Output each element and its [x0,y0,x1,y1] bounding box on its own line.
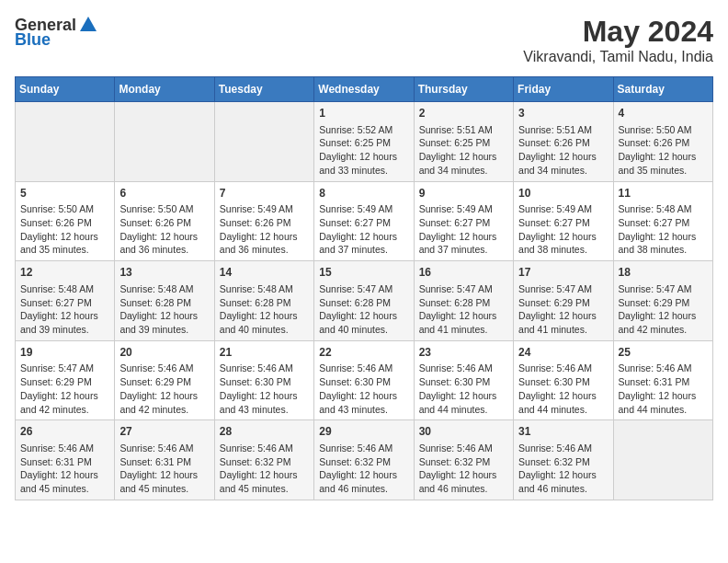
day-info: Sunrise: 5:46 AM [419,362,508,375]
calendar-header-monday: Monday [115,77,214,102]
day-info: Daylight: 12 hours [119,230,209,244]
day-info: and 43 minutes. [220,403,309,417]
day-number: 12 [20,265,109,281]
day-info: and 45 minutes. [119,482,209,496]
calendar-header-wednesday: Wednesday [314,77,414,102]
day-info: and 42 minutes. [119,403,209,417]
calendar-table: SundayMondayTuesdayWednesdayThursdayFrid… [15,76,713,500]
calendar-cell: 24Sunrise: 5:46 AMSunset: 6:30 PMDayligh… [514,340,613,420]
calendar-cell: 11Sunrise: 5:48 AMSunset: 6:27 PMDayligh… [613,181,712,261]
day-info: Sunset: 6:31 PM [119,455,209,469]
day-info: Sunset: 6:27 PM [20,296,109,310]
day-info: Daylight: 12 hours [518,389,608,403]
day-info: and 37 minutes. [319,243,408,257]
day-info: Sunrise: 5:50 AM [619,123,708,137]
day-info: Sunset: 6:32 PM [518,455,608,469]
day-info: Sunrise: 5:46 AM [419,442,508,455]
day-info: Sunrise: 5:46 AM [619,362,708,375]
day-info: Sunrise: 5:48 AM [619,202,708,216]
calendar-cell [214,102,313,182]
calendar-cell: 3Sunrise: 5:51 AMSunset: 6:26 PMDaylight… [514,102,613,182]
day-info: Sunrise: 5:46 AM [518,362,608,375]
calendar-cell: 29Sunrise: 5:46 AMSunset: 6:32 PMDayligh… [314,420,414,500]
day-info: and 39 minutes. [119,323,209,337]
day-number: 19 [20,345,109,361]
day-number: 21 [220,345,309,361]
day-info: and 46 minutes. [419,482,508,496]
day-info: Sunrise: 5:47 AM [619,282,708,296]
calendar-cell: 27Sunrise: 5:46 AMSunset: 6:31 PMDayligh… [115,420,214,500]
day-info: and 33 minutes. [319,164,408,178]
day-number: 5 [20,186,109,201]
calendar-cell [16,102,115,182]
day-number: 22 [319,345,408,361]
day-info: Sunset: 6:28 PM [319,296,408,310]
calendar-week-4: 19Sunrise: 5:47 AMSunset: 6:29 PMDayligh… [16,340,713,420]
day-info: Daylight: 12 hours [619,230,708,244]
day-info: Sunrise: 5:50 AM [119,202,209,216]
day-info: Sunset: 6:29 PM [518,296,608,310]
day-info: and 38 minutes. [619,243,708,257]
day-info: and 42 minutes. [619,323,708,337]
day-number: 30 [419,424,508,440]
day-info: Daylight: 12 hours [619,309,708,323]
logo-icon [78,15,98,35]
calendar-cell: 9Sunrise: 5:49 AMSunset: 6:27 PMDaylight… [414,181,513,261]
calendar-week-3: 12Sunrise: 5:48 AMSunset: 6:27 PMDayligh… [16,261,713,341]
calendar-cell: 19Sunrise: 5:47 AMSunset: 6:29 PMDayligh… [16,340,115,420]
logo-blue-text: Blue [15,31,51,48]
day-number: 7 [220,186,309,201]
calendar-cell: 12Sunrise: 5:48 AMSunset: 6:27 PMDayligh… [16,261,115,341]
calendar-cell: 28Sunrise: 5:46 AMSunset: 6:32 PMDayligh… [214,420,313,500]
day-info: Daylight: 12 hours [20,309,109,323]
day-info: and 36 minutes. [220,243,309,257]
day-info: and 43 minutes. [319,403,408,417]
day-info: Daylight: 12 hours [119,468,209,482]
calendar-cell [115,102,214,182]
day-info: and 35 minutes. [20,243,109,257]
day-info: Daylight: 12 hours [319,309,408,323]
day-info: Sunset: 6:27 PM [619,216,708,230]
day-info: and 40 minutes. [220,323,309,337]
day-number: 16 [419,265,508,281]
day-info: Sunset: 6:28 PM [220,296,309,310]
calendar-header-saturday: Saturday [613,77,712,102]
day-info: Sunrise: 5:48 AM [20,282,109,296]
day-number: 31 [518,424,608,440]
day-info: Daylight: 12 hours [419,309,508,323]
day-number: 27 [119,424,209,440]
day-info: Sunrise: 5:51 AM [419,123,508,137]
calendar-cell: 7Sunrise: 5:49 AMSunset: 6:26 PMDaylight… [214,181,313,261]
day-number: 14 [220,265,309,281]
day-info: Sunrise: 5:46 AM [119,362,209,375]
day-info: Sunset: 6:26 PM [20,216,109,230]
day-info: Daylight: 12 hours [518,468,608,482]
day-number: 23 [419,345,508,361]
calendar-header-tuesday: Tuesday [214,77,313,102]
day-info: and 39 minutes. [20,323,109,337]
day-info: Daylight: 12 hours [319,230,408,244]
day-number: 10 [518,186,608,201]
day-number: 25 [619,345,708,361]
day-info: Sunset: 6:26 PM [619,136,708,150]
day-number: 9 [419,186,508,201]
day-info: and 34 minutes. [419,164,508,178]
day-info: Sunset: 6:30 PM [518,375,608,389]
calendar-header-thursday: Thursday [414,77,513,102]
day-info: Sunset: 6:29 PM [119,375,209,389]
day-info: Daylight: 12 hours [20,468,109,482]
calendar-cell: 30Sunrise: 5:46 AMSunset: 6:32 PMDayligh… [414,420,513,500]
day-number: 8 [319,186,408,201]
day-info: and 44 minutes. [518,403,608,417]
logo: General Blue [15,15,98,48]
calendar-cell: 25Sunrise: 5:46 AMSunset: 6:31 PMDayligh… [613,340,712,420]
page-header: General Blue May 2024 Vikravandi, Tamil … [15,15,713,65]
calendar-cell: 26Sunrise: 5:46 AMSunset: 6:31 PMDayligh… [16,420,115,500]
day-info: Daylight: 12 hours [419,230,508,244]
day-info: Sunrise: 5:52 AM [319,123,408,137]
day-info: and 46 minutes. [518,482,608,496]
day-number: 13 [119,265,209,281]
calendar-cell: 17Sunrise: 5:47 AMSunset: 6:29 PMDayligh… [514,261,613,341]
day-info: Sunrise: 5:49 AM [518,202,608,216]
day-info: and 45 minutes. [20,482,109,496]
